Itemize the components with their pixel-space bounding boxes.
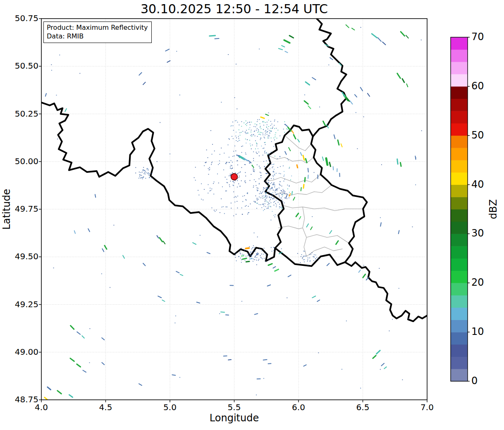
echo-streak — [102, 363, 104, 365]
echo-streak — [139, 73, 141, 75]
echo-streak — [327, 263, 330, 266]
y-tick-label: 50.25 — [0, 109, 38, 119]
region-border — [306, 234, 349, 243]
echo-streak — [215, 38, 219, 39]
country-border — [313, 19, 346, 136]
echo-streak — [292, 191, 292, 195]
echo-streak — [236, 155, 240, 156]
echo-streak — [180, 275, 183, 276]
echo-streak — [83, 370, 86, 373]
echo-streak — [207, 253, 210, 254]
echo-streak — [268, 285, 271, 286]
x-tick-label: 6.5 — [349, 402, 377, 412]
echo-streak — [176, 271, 179, 273]
echo-streak — [303, 184, 304, 188]
echo-streak — [263, 360, 267, 360]
radar-figure: 30.10.2025 12:50 - 12:54 UTC Product: Ma… — [0, 0, 504, 430]
echo-streak — [289, 36, 294, 38]
echo-streak — [143, 263, 145, 266]
echo-streak — [312, 296, 315, 298]
echo-streak — [243, 258, 247, 259]
echo-streak — [308, 106, 311, 109]
echo-streak — [244, 159, 248, 161]
y-tick-label: 50.50 — [0, 61, 38, 71]
echo-streak — [322, 157, 324, 161]
echo-streak — [336, 241, 339, 244]
map-canvas — [0, 0, 504, 430]
echo-streak — [275, 269, 279, 271]
echo-streak — [294, 135, 296, 139]
echo-streak — [95, 194, 96, 197]
legend-data-line: Data: RMIB — [47, 32, 148, 41]
y-tick-label: 49.25 — [0, 299, 38, 309]
echo-streak — [304, 101, 308, 104]
echo-streak — [308, 168, 308, 172]
echo-streak — [284, 40, 289, 43]
echo-streak — [273, 267, 276, 268]
echo-streak — [252, 165, 254, 167]
radar-site-marker — [231, 174, 238, 180]
axis-ticks — [39, 19, 427, 402]
echo-streak — [317, 300, 320, 302]
echo-streak — [285, 51, 287, 53]
colorbar-tick-label: 30 — [471, 227, 484, 239]
colorbar-tick-label: 0 — [471, 375, 478, 387]
y-tick-label: 50.00 — [0, 156, 38, 166]
echo-streak — [289, 148, 290, 151]
echo-streak — [293, 197, 295, 200]
y-tick-label: 49.50 — [0, 251, 38, 261]
echo-streak — [261, 117, 265, 118]
echo-streak — [333, 167, 334, 170]
echo-streak — [285, 151, 287, 154]
grid-layer — [41, 19, 427, 400]
plot-title: 30.10.2025 12:50 - 12:54 UTC — [41, 1, 427, 17]
echo-streak — [400, 162, 401, 166]
echo-streak — [301, 188, 301, 191]
echo-streak — [363, 274, 365, 277]
echo-streak — [296, 213, 299, 217]
echo-streak — [172, 375, 175, 375]
echo-streak — [307, 224, 309, 227]
echo-streak — [306, 159, 307, 163]
echo-streak — [366, 277, 368, 280]
echo-streak — [268, 264, 272, 265]
echo-streak — [346, 25, 349, 28]
echo-streak — [57, 391, 62, 394]
echo-streak — [246, 248, 249, 248]
radar-echoes-layer — [45, 25, 422, 399]
echo-streak — [326, 158, 327, 165]
region-border — [282, 205, 363, 211]
echo-streak — [311, 227, 312, 230]
echo-streak — [279, 48, 283, 50]
colorbar — [451, 37, 470, 382]
echo-streak — [380, 223, 381, 227]
echo-streak — [102, 338, 104, 340]
echo-streak — [74, 231, 75, 234]
y-tick-label: 49.75 — [0, 204, 38, 214]
echo-streak — [299, 217, 301, 219]
echo-streak — [82, 336, 84, 338]
echo-streak — [397, 73, 401, 78]
echo-streak — [88, 229, 90, 232]
echo-streak — [248, 160, 251, 162]
echo-streak — [77, 364, 81, 367]
echo-streak — [69, 395, 72, 397]
echo-streak — [305, 178, 305, 182]
colorbar-tick-label: 60 — [471, 80, 484, 92]
echo-streak — [368, 93, 370, 96]
echo-streak — [102, 249, 104, 252]
echo-streak — [338, 140, 339, 145]
echo-streak — [330, 231, 332, 234]
echo-streak — [292, 131, 294, 134]
colorbar-tick-label: 50 — [471, 129, 484, 141]
echo-streak — [224, 356, 227, 356]
echo-streak — [372, 34, 377, 38]
echo-streak — [359, 270, 361, 272]
echo-streak — [289, 194, 291, 196]
echo-streak — [162, 300, 165, 301]
echo-streak — [361, 87, 363, 91]
echo-streak — [406, 84, 408, 87]
echo-streak — [341, 144, 342, 147]
echo-streak — [143, 82, 146, 85]
region-border — [265, 174, 320, 183]
